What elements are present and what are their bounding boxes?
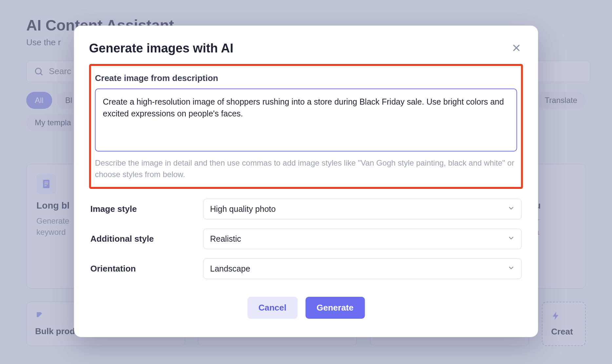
close-button[interactable] <box>510 41 523 54</box>
chevron-down-icon <box>508 234 515 244</box>
image-style-label: Image style <box>91 204 203 214</box>
additional-style-label: Additional style <box>91 234 203 244</box>
orientation-value: Landscape <box>210 264 250 273</box>
image-style-value: High quality photo <box>210 204 276 214</box>
generate-button[interactable]: Generate <box>305 297 365 319</box>
generate-images-modal: Generate images with AI Create image fro… <box>74 26 538 337</box>
description-section-highlight: Create image from description Describe t… <box>89 64 523 189</box>
additional-style-value: Realistic <box>210 234 241 244</box>
cancel-button[interactable]: Cancel <box>247 297 297 319</box>
image-style-select[interactable]: High quality photo <box>203 199 522 219</box>
close-icon <box>512 43 521 52</box>
additional-style-select[interactable]: Realistic <box>203 229 522 249</box>
orientation-select[interactable]: Landscape <box>203 258 522 279</box>
description-label: Create image from description <box>95 73 517 83</box>
modal-title: Generate images with AI <box>89 41 234 55</box>
image-description-input[interactable] <box>95 89 517 152</box>
chevron-down-icon <box>508 204 515 214</box>
orientation-label: Orientation <box>91 264 203 274</box>
description-hint: Describe the image in detail and then us… <box>95 157 517 180</box>
chevron-down-icon <box>508 264 515 273</box>
